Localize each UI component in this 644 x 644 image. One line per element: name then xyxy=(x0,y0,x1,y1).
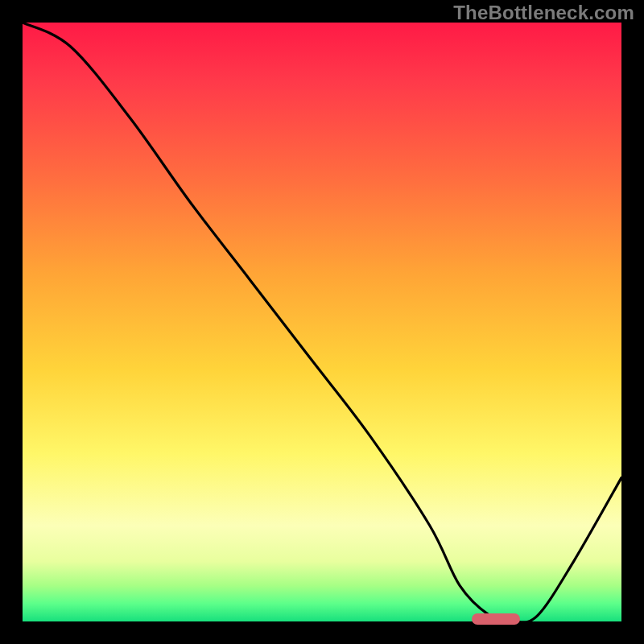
bottleneck-curve xyxy=(23,23,621,621)
plot-area xyxy=(23,23,621,621)
curve-path xyxy=(23,23,621,621)
watermark-text: TheBottleneck.com xyxy=(453,2,634,24)
chart-frame: TheBottleneck.com xyxy=(0,0,644,644)
optimal-range-marker xyxy=(472,613,520,625)
